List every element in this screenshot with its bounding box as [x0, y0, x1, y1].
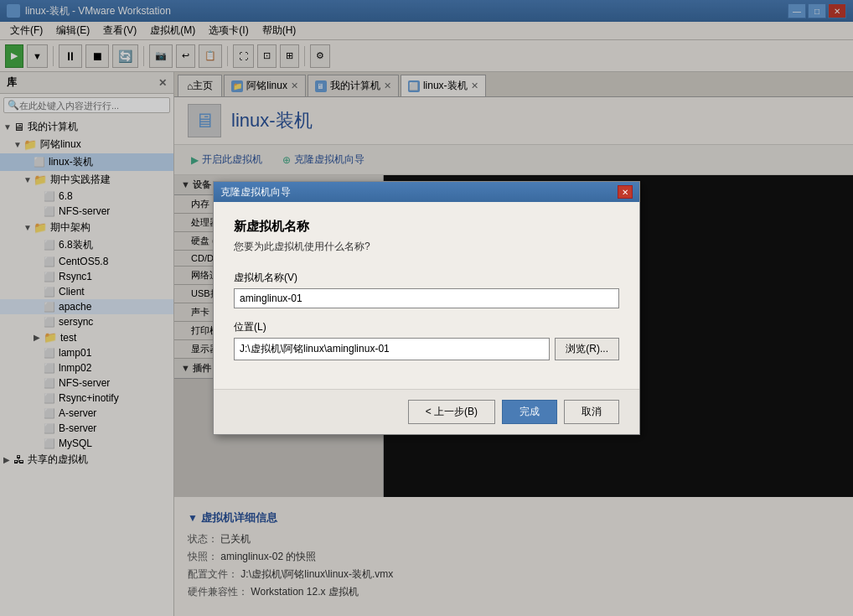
dialog-body: 新虚拟机名称 您要为此虚拟机使用什么名称? 虚拟机名称(V) 位置(L) 浏览(…	[214, 202, 639, 389]
dialog-title: 克隆虚拟机向导	[220, 185, 291, 199]
dialog-overlay: 克隆虚拟机向导 ✕ 新虚拟机名称 您要为此虚拟机使用什么名称? 虚拟机名称(V)…	[0, 0, 853, 616]
location-row: 浏览(R)...	[234, 338, 619, 360]
dialog-close-button[interactable]: ✕	[618, 185, 633, 199]
vm-name-label: 虚拟机名称(V)	[234, 271, 619, 285]
location-label: 位置(L)	[234, 320, 619, 334]
dialog-subtitle: 您要为此虚拟机使用什么名称?	[234, 240, 619, 254]
dialog-footer: < 上一步(B) 完成 取消	[214, 389, 639, 434]
finish-button[interactable]: 完成	[502, 400, 557, 424]
dialog-titlebar: 克隆虚拟机向导 ✕	[214, 182, 639, 202]
cancel-button[interactable]: 取消	[564, 400, 619, 424]
vm-name-input[interactable]	[234, 288, 619, 308]
location-input[interactable]	[234, 338, 550, 360]
dialog-section-title: 新虚拟机名称	[234, 219, 619, 235]
prev-button[interactable]: < 上一步(B)	[408, 400, 495, 424]
browse-button[interactable]: 浏览(R)...	[555, 338, 619, 360]
clone-wizard-dialog: 克隆虚拟机向导 ✕ 新虚拟机名称 您要为此虚拟机使用什么名称? 虚拟机名称(V)…	[213, 181, 640, 435]
